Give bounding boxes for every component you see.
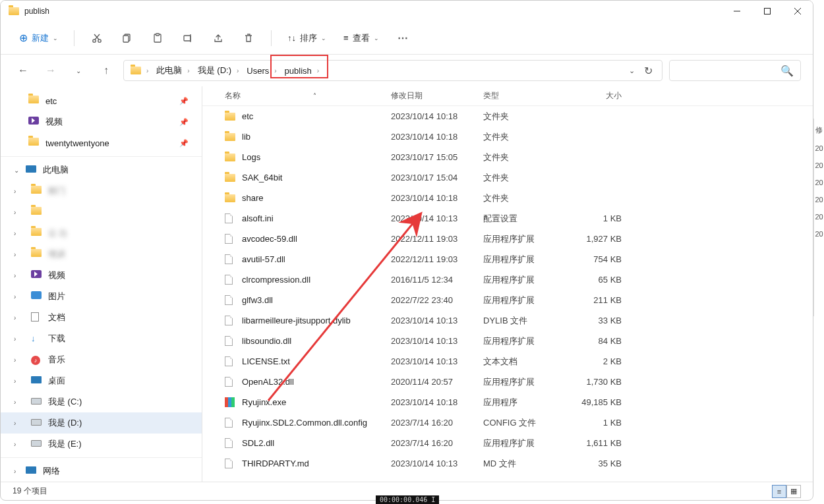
sidebar-item[interactable]: ›部门	[1, 181, 202, 202]
chevron-down-icon: ⌄	[374, 35, 379, 42]
file-row[interactable]: SDL2.dll2023/7/14 16:20应用程序扩展1,611 KB	[202, 433, 813, 453]
breadcrumb-item[interactable]: publish›	[281, 61, 324, 80]
peek-text: 20	[815, 179, 823, 186]
up-button[interactable]: ↑	[96, 60, 117, 81]
sidebar-quick-item[interactable]: etc📌	[1, 90, 202, 111]
file-icon	[225, 418, 237, 428]
search-input[interactable]: 🔍	[669, 60, 801, 81]
thumbnails-view-button[interactable]: ▦	[786, 485, 801, 498]
sidebar-item[interactable]: ›图片	[1, 286, 202, 307]
folder-icon	[31, 228, 42, 238]
breadcrumb-root[interactable]: ›	[127, 61, 152, 80]
delete-button[interactable]	[237, 26, 260, 50]
file-row[interactable]: glfw3.dll2022/7/22 23:40应用程序扩展211 KB	[202, 290, 813, 310]
peek-text: 20	[815, 161, 823, 169]
file-row[interactable]: SAK_64bit2023/10/17 15:04文件夹	[202, 167, 813, 188]
breadcrumb-item[interactable]: 此电脑›	[152, 61, 193, 80]
file-row[interactable]: avutil-57.dll2022/12/11 19:03应用程序扩展754 K…	[202, 249, 813, 269]
chevron-down-icon[interactable]: ⌄	[629, 67, 635, 75]
timecode-overlay: 00:00:00.046 I	[376, 495, 439, 504]
sidebar-item[interactable]: ›我是 (C:)	[1, 391, 202, 412]
col-date[interactable]: 修改日期	[391, 90, 483, 101]
back-button[interactable]: ←	[13, 60, 34, 81]
share-button[interactable]	[206, 26, 230, 50]
chevron-right-icon: ›	[14, 378, 16, 385]
search-icon: 🔍	[780, 65, 794, 77]
file-size: 1,927 KB	[562, 234, 622, 244]
more-button[interactable]: ⋯	[391, 26, 415, 50]
forward-button[interactable]: →	[40, 60, 61, 81]
maximize-button[interactable]	[752, 1, 782, 22]
file-row[interactable]: Ryujinx.SDL2.Common.dll.config2023/7/14 …	[202, 412, 813, 433]
folder-icon	[131, 67, 141, 74]
file-row[interactable]: LICENSE.txt2023/10/14 10:13文本文档2 KB	[202, 351, 813, 372]
close-button[interactable]	[782, 1, 813, 22]
file-date: 2023/10/14 10:13	[391, 316, 483, 325]
sort-label: 排序	[300, 32, 317, 44]
folder-icon	[28, 138, 39, 148]
sidebar-item[interactable]: ›↓下载	[1, 328, 202, 349]
sidebar-item-label: 部门	[48, 185, 65, 197]
details-view-button[interactable]: ≡	[772, 485, 786, 498]
sidebar-item[interactable]: ›	[1, 202, 202, 223]
file-row[interactable]: libsoundio.dll2023/10/14 10:13应用程序扩展84 K…	[202, 331, 813, 351]
sort-button[interactable]: ↑↓ 排序 ⌄	[282, 30, 332, 47]
sidebar-item[interactable]: ›♪音乐	[1, 349, 202, 370]
breadcrumb-item[interactable]: Users›	[243, 61, 280, 80]
file-type: 应用程序扩展	[483, 254, 562, 266]
col-type[interactable]: 类型	[483, 90, 562, 101]
file-row[interactable]: share2023/10/14 10:18文件夹	[202, 188, 813, 208]
recent-dropdown[interactable]: ⌄	[68, 60, 89, 81]
sidebar-item-label: 公 2)	[48, 227, 67, 239]
breadcrumb-label: 我是 (D:)	[198, 65, 231, 76]
sidebar-quick-item[interactable]: twentytwentyone📌	[1, 132, 202, 154]
file-row[interactable]: avcodec-59.dll2022/12/11 19:03应用程序扩展1,92…	[202, 229, 813, 249]
sidebar-item[interactable]: ›文档	[1, 307, 202, 328]
file-size: 1 KB	[562, 213, 622, 223]
sidebar-quick-item[interactable]: 视频📌	[1, 111, 202, 132]
sidebar-item[interactable]: ›公 2)	[1, 223, 202, 244]
col-size[interactable]: 大小	[562, 90, 622, 101]
file-row[interactable]: Ryujinx.exe2023/10/14 10:18应用程序49,185 KB	[202, 392, 813, 412]
sidebar-thispc[interactable]: ⌄此电脑	[1, 159, 202, 181]
new-button[interactable]: ⊕ 新建 ⌄	[14, 29, 63, 47]
sidebar-item[interactable]: ›我是 (E:)	[1, 434, 202, 455]
col-name[interactable]: 名称˄	[225, 90, 391, 101]
breadcrumb-item[interactable]: 我是 (D:)›	[194, 61, 243, 80]
file-size: 1 KB	[562, 418, 622, 428]
sidebar-item[interactable]: ›桌面	[1, 370, 202, 391]
address-actions: ⌄ ↻	[629, 65, 659, 77]
paste-button[interactable]	[146, 26, 169, 50]
file-icon	[225, 275, 237, 285]
copy-button[interactable]	[115, 26, 139, 50]
refresh-button[interactable]: ↻	[644, 65, 653, 77]
chevron-right-icon: ›	[187, 67, 189, 74]
sidebar-network[interactable]: ›网络	[1, 461, 202, 482]
sidebar-item[interactable]: ›我是 (D:)	[1, 412, 202, 434]
file-row[interactable]: THIRDPARTY.md2023/10/14 10:13MD 文件35 KB	[202, 453, 813, 474]
cut-button[interactable]	[85, 26, 109, 50]
file-row[interactable]: OpenAL32.dll2020/11/4 20:57应用程序扩展1,730 K…	[202, 372, 813, 392]
sidebar-item-label: 我是 (D:)	[48, 417, 82, 429]
file-type: 文件夹	[483, 152, 562, 163]
view-button[interactable]: ≡ 查看 ⌄	[338, 30, 384, 47]
file-row[interactable]: libarmeilleure-jitsupport.dylib2023/10/1…	[202, 310, 813, 331]
peek-text: 20	[815, 230, 823, 238]
file-date: 2023/10/14 10:13	[391, 356, 483, 366]
sidebar-item[interactable]: ›视频	[1, 265, 202, 286]
file-type: 文件夹	[483, 111, 562, 123]
file-row[interactable]: clrcompression.dll2016/11/5 12:34应用程序扩展6…	[202, 269, 813, 290]
file-date: 2023/10/14 10:13	[391, 336, 483, 346]
file-row[interactable]: lib2023/10/14 10:18文件夹	[202, 126, 813, 147]
file-row[interactable]: etc2023/10/14 10:18文件夹	[202, 106, 813, 126]
file-name: SAK_64bit	[242, 173, 391, 182]
file-date: 2022/7/22 23:40	[391, 295, 483, 305]
minimize-button[interactable]	[722, 1, 752, 22]
address-bar[interactable]: › 此电脑› 我是 (D:)› Users› publish› ⌄ ↻	[123, 60, 662, 81]
main-area: etc📌视频📌twentytwentyone📌⌄此电脑›部门› ›公 2)›培训…	[1, 86, 813, 482]
rename-button[interactable]	[176, 26, 200, 50]
file-row[interactable]: alsoft.ini2023/10/14 10:13配置设置1 KB	[202, 208, 813, 229]
sidebar-item[interactable]: ›培训	[1, 244, 202, 265]
file-row[interactable]: Logs2023/10/17 15:05文件夹	[202, 147, 813, 167]
file-size: 754 KB	[562, 254, 622, 264]
